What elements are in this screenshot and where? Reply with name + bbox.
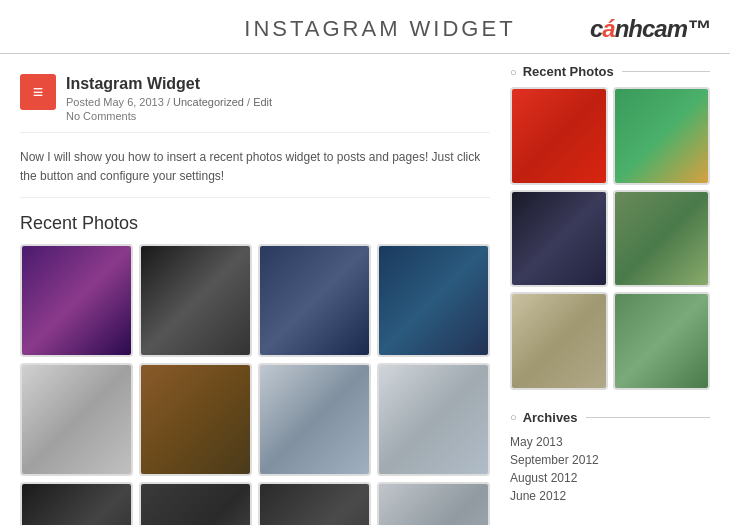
archive-item[interactable]: August 2012 xyxy=(510,469,710,487)
archive-list: May 2013 September 2012 August 2012 June… xyxy=(510,433,710,505)
photo-thumb-2[interactable] xyxy=(139,244,252,357)
sidebar-thumb-5[interactable] xyxy=(510,292,608,390)
photo-grid xyxy=(20,244,490,525)
sidebar-thumb-3[interactable] xyxy=(510,190,608,288)
post-meta: Posted May 6, 2013 / Uncategorized / Edi… xyxy=(66,96,272,108)
sidebar-thumb-2[interactable] xyxy=(613,87,711,185)
recent-photos-title: Recent Photos xyxy=(20,213,490,234)
photo-thumb-7[interactable] xyxy=(258,363,371,476)
archive-item[interactable]: May 2013 xyxy=(510,433,710,451)
sidebar-archives: Archives May 2013 September 2012 August … xyxy=(510,410,710,505)
page-title: INSTAGRAM WIDGET xyxy=(170,16,590,42)
photo-thumb-9[interactable] xyxy=(20,482,133,525)
photo-thumb-4[interactable] xyxy=(377,244,490,357)
sidebar-archives-title: Archives xyxy=(510,410,710,425)
photo-thumb-10[interactable] xyxy=(139,482,252,525)
photo-thumb-3[interactable] xyxy=(258,244,371,357)
post-date: Posted May 6, 2013 xyxy=(66,96,164,108)
photo-thumb-6[interactable] xyxy=(139,363,252,476)
post-comments: No Comments xyxy=(66,110,272,122)
post-header: ≡ Instagram Widget Posted May 6, 2013 / … xyxy=(20,64,490,133)
site-logo: cánhcam™ xyxy=(590,15,710,43)
sidebar-recent-photos-title: Recent Photos xyxy=(510,64,710,79)
main-content: ≡ Instagram Widget Posted May 6, 2013 / … xyxy=(20,64,490,525)
photo-thumb-5[interactable] xyxy=(20,363,133,476)
sidebar-photo-grid xyxy=(510,87,710,390)
sidebar-recent-photos: Recent Photos xyxy=(510,64,710,390)
post-type-icon: ≡ xyxy=(20,74,56,110)
post-edit-link[interactable]: Edit xyxy=(253,96,272,108)
photo-thumb-1[interactable] xyxy=(20,244,133,357)
sidebar-thumb-4[interactable] xyxy=(613,190,711,288)
sidebar-thumb-6[interactable] xyxy=(613,292,711,390)
photo-thumb-8[interactable] xyxy=(377,363,490,476)
archive-item[interactable]: June 2012 xyxy=(510,487,710,505)
post-title: Instagram Widget xyxy=(66,74,272,93)
archive-item[interactable]: September 2012 xyxy=(510,451,710,469)
post-category-link[interactable]: Uncategorized xyxy=(173,96,244,108)
post-info: Instagram Widget Posted May 6, 2013 / Un… xyxy=(66,74,272,122)
photo-thumb-12[interactable] xyxy=(377,482,490,525)
page-header: INSTAGRAM WIDGET cánhcam™ xyxy=(0,0,730,54)
post-body: Now I will show you how to insert a rece… xyxy=(20,133,490,197)
photo-thumb-11[interactable] xyxy=(258,482,371,525)
sidebar-thumb-1[interactable] xyxy=(510,87,608,185)
sidebar: Recent Photos Archives May 2013 Septembe… xyxy=(510,64,710,525)
page-layout: ≡ Instagram Widget Posted May 6, 2013 / … xyxy=(0,54,730,525)
